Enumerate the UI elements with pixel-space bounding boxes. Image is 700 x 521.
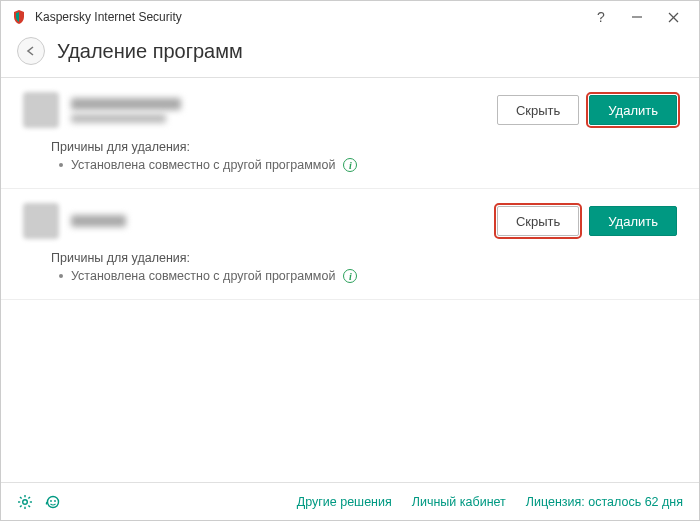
minimize-icon xyxy=(631,11,643,23)
reasons-title: Причины для удаления: xyxy=(51,251,677,265)
back-arrow-icon xyxy=(25,45,37,57)
svg-point-3 xyxy=(23,499,28,504)
remove-button[interactable]: Удалить xyxy=(589,206,677,236)
program-vendor-blurred xyxy=(71,114,166,123)
reason-line: Установлена совместно с другой программо… xyxy=(59,158,677,172)
bullet-icon xyxy=(59,274,63,278)
reason-text: Установлена совместно с другой программо… xyxy=(71,158,335,172)
page-title: Удаление программ xyxy=(57,40,243,63)
program-item: Скрыть Удалить Причины для удаления: Уст… xyxy=(1,189,699,300)
program-item-row: Скрыть Удалить xyxy=(23,203,677,239)
program-name-blurred xyxy=(71,98,181,110)
svg-point-14 xyxy=(54,500,56,502)
support-icon xyxy=(45,494,61,510)
bullet-icon xyxy=(59,163,63,167)
remove-button[interactable]: Удалить xyxy=(589,95,677,125)
hide-button[interactable]: Скрыть xyxy=(497,95,579,125)
kaspersky-logo-icon xyxy=(11,9,27,25)
svg-line-8 xyxy=(20,497,22,499)
svg-line-11 xyxy=(20,505,22,507)
gear-icon xyxy=(17,494,33,510)
reasons-title: Причины для удаления: xyxy=(51,140,677,154)
back-button[interactable] xyxy=(17,37,45,65)
program-list: Скрыть Удалить Причины для удаления: Уст… xyxy=(1,78,699,482)
my-account-link[interactable]: Личный кабинет xyxy=(412,495,506,509)
program-info xyxy=(71,215,126,227)
reason-line: Установлена совместно с другой программо… xyxy=(59,269,677,283)
program-thumbnail xyxy=(23,92,59,128)
info-icon[interactable]: i xyxy=(343,158,357,172)
removal-reasons: Причины для удаления: Установлена совмес… xyxy=(51,140,677,172)
license-link[interactable]: Лицензия: осталось 62 дня xyxy=(526,495,683,509)
footer-bar: Другие решения Личный кабинет Лицензия: … xyxy=(1,482,699,520)
hide-button[interactable]: Скрыть xyxy=(497,206,579,236)
app-title: Kaspersky Internet Security xyxy=(35,10,182,24)
help-button[interactable]: ? xyxy=(583,3,619,31)
info-icon[interactable]: i xyxy=(343,269,357,283)
titlebar: Kaspersky Internet Security ? xyxy=(1,1,699,33)
reason-text: Установлена совместно с другой программо… xyxy=(71,269,335,283)
svg-point-13 xyxy=(50,500,52,502)
svg-line-9 xyxy=(28,505,30,507)
settings-button[interactable] xyxy=(17,494,33,510)
program-item: Скрыть Удалить Причины для удаления: Уст… xyxy=(1,78,699,189)
help-icon: ? xyxy=(597,9,605,25)
close-button[interactable] xyxy=(655,3,691,31)
other-solutions-link[interactable]: Другие решения xyxy=(297,495,392,509)
program-thumbnail xyxy=(23,203,59,239)
removal-reasons: Причины для удаления: Установлена совмес… xyxy=(51,251,677,283)
page-header: Удаление программ xyxy=(1,33,699,78)
svg-line-10 xyxy=(28,497,30,499)
program-info xyxy=(71,98,181,123)
app-window: Kaspersky Internet Security ? Удаление п… xyxy=(0,0,700,521)
close-icon xyxy=(668,12,679,23)
minimize-button[interactable] xyxy=(619,3,655,31)
program-name-blurred xyxy=(71,215,126,227)
program-item-row: Скрыть Удалить xyxy=(23,92,677,128)
support-button[interactable] xyxy=(45,494,61,510)
svg-point-12 xyxy=(48,496,59,507)
